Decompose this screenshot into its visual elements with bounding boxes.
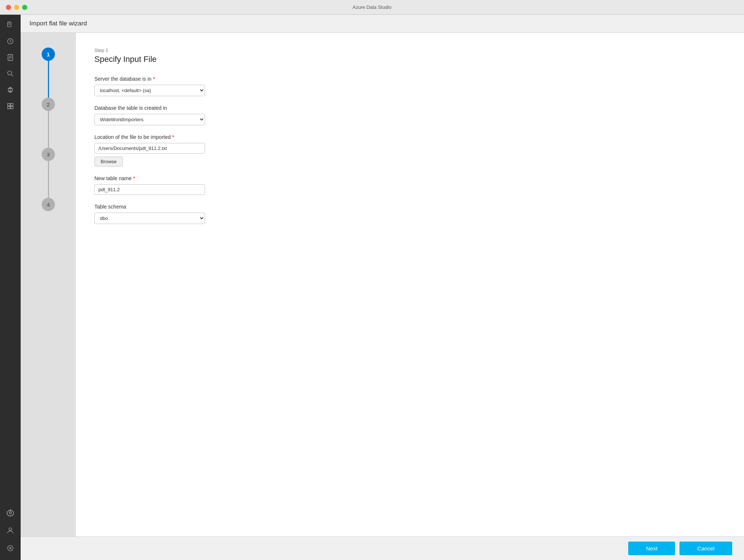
step-item-1: 1 xyxy=(42,48,55,98)
database-field-label: Database the table is created in xyxy=(94,105,726,111)
window-title: Azure Data Studio xyxy=(352,4,392,10)
sidebar-icon-search[interactable] xyxy=(3,66,18,81)
database-field-section: Database the table is created in WideWor… xyxy=(94,105,726,125)
minimize-button[interactable] xyxy=(14,5,19,10)
sidebar-icon-extensions[interactable] xyxy=(3,83,18,97)
location-field-section: Location of the file to be imported * Br… xyxy=(94,134,726,167)
svg-rect-14 xyxy=(11,104,13,106)
step-circle-4: 4 xyxy=(42,198,55,211)
sidebar-icon-history[interactable] xyxy=(3,34,18,49)
server-required-star: * xyxy=(153,76,155,82)
location-input[interactable] xyxy=(94,143,205,154)
title-bar: Azure Data Studio xyxy=(0,0,744,15)
step-circle-1: 1 xyxy=(42,48,55,61)
sidebar-icon-files[interactable] xyxy=(3,18,18,32)
svg-point-18 xyxy=(9,528,11,531)
svg-rect-16 xyxy=(11,106,13,109)
cancel-button[interactable]: Cancel xyxy=(679,542,732,555)
server-field-section: Server the database is in * localhost, <… xyxy=(94,76,726,96)
wizard-content: Step 1 Specify Input File Server the dat… xyxy=(76,33,744,536)
step-title: Specify Input File xyxy=(94,55,726,64)
wizard-footer: Next Cancel xyxy=(21,536,744,560)
wizard-header: Import flat file wizard xyxy=(21,15,744,33)
svg-rect-15 xyxy=(8,106,10,109)
table-name-field-section: New table name * xyxy=(94,175,726,195)
svg-point-17 xyxy=(9,512,11,514)
server-field-label: Server the database is in * xyxy=(94,76,726,82)
sidebar xyxy=(0,15,21,560)
location-required-star: * xyxy=(172,134,174,140)
step-connector-2-3 xyxy=(48,111,49,148)
wizard-body: 1 2 3 4 Step 1 Specify Input File xyxy=(21,33,744,536)
sidebar-icon-settings[interactable] xyxy=(3,505,18,520)
step-connector-1-2 xyxy=(48,61,49,98)
sidebar-icon-user[interactable] xyxy=(3,523,18,538)
next-button[interactable]: Next xyxy=(628,542,675,555)
schema-field-label: Table schema xyxy=(94,204,726,210)
table-name-required-star: * xyxy=(133,175,135,181)
table-name-input[interactable] xyxy=(94,184,205,195)
sidebar-bottom xyxy=(3,505,18,560)
step-circle-3: 3 xyxy=(42,148,55,161)
browse-button[interactable]: Browse xyxy=(94,157,123,167)
app-layout: Import flat file wizard 1 2 3 4 xyxy=(0,15,744,560)
sidebar-icon-document[interactable] xyxy=(3,50,18,65)
wizard-title: Import flat file wizard xyxy=(29,20,87,27)
svg-line-9 xyxy=(11,75,13,77)
schema-field-section: Table schema dbo xyxy=(94,204,726,224)
step-connector-3-4 xyxy=(48,161,49,198)
step-circle-2: 2 xyxy=(42,98,55,111)
table-name-field-label: New table name * xyxy=(94,175,726,181)
step-item-3: 3 xyxy=(42,148,55,198)
step-item-2: 2 xyxy=(42,98,55,148)
location-field-label: Location of the file to be imported * xyxy=(94,134,726,140)
step-label: Step 1 xyxy=(94,48,726,53)
database-select[interactable]: WideWorldImporters xyxy=(94,114,205,125)
sidebar-icon-error[interactable] xyxy=(3,541,18,556)
server-select[interactable]: localhost, <default> (sa) xyxy=(94,85,205,96)
maximize-button[interactable] xyxy=(22,5,27,10)
svg-rect-13 xyxy=(8,104,10,106)
schema-select[interactable]: dbo xyxy=(94,213,205,224)
main-area: Import flat file wizard 1 2 3 4 xyxy=(21,15,744,560)
close-button[interactable] xyxy=(6,5,11,10)
step-item-4: 4 xyxy=(42,198,55,211)
sidebar-icon-grid[interactable] xyxy=(3,99,18,113)
steps-sidebar: 1 2 3 4 xyxy=(21,33,76,536)
window-controls xyxy=(6,5,27,10)
svg-point-8 xyxy=(8,71,12,75)
